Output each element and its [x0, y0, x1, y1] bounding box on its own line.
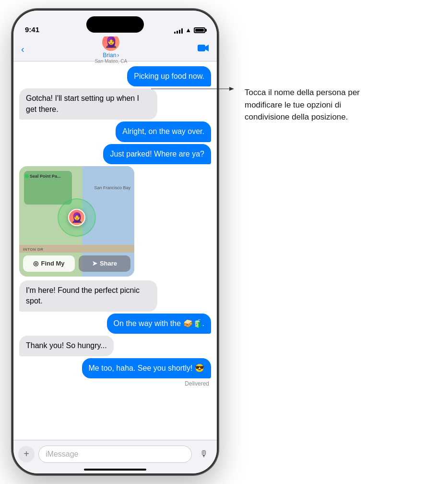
message-row: Gotcha! I'll start setting up when I get… — [19, 88, 211, 120]
signal-icon — [174, 27, 183, 34]
back-button[interactable]: ‹ — [21, 44, 24, 54]
mic-button[interactable]: 🎙 — [196, 446, 212, 462]
message-row: Just parked! Where are ya? — [19, 144, 211, 164]
wifi-icon: ▲ — [185, 26, 191, 34]
chat-area: Picking up food now. Gotcha! I'll start … — [13, 61, 217, 440]
share-label: Share — [100, 260, 117, 267]
status-time: 9:41 — [25, 25, 39, 34]
share-location-button[interactable]: ➤ Share — [79, 255, 130, 272]
message-bubble-received: Gotcha! I'll start setting up when I get… — [19, 88, 157, 120]
message-row: Seal Point Pa... San Francisco Bay INTON… — [19, 166, 211, 278]
location-avatar: 🧕 — [68, 209, 85, 226]
findmy-label: Find My — [41, 260, 64, 267]
delivered-label: Delivered — [19, 380, 209, 387]
map-action-buttons: ◎ Find My ➤ Share — [23, 255, 130, 272]
message-row: Picking up food now. — [19, 66, 211, 86]
map-label-dot — [25, 174, 29, 178]
back-chevron-icon: ‹ — [21, 44, 24, 54]
message-bubble-sent: Just parked! Where are ya? — [103, 144, 211, 164]
message-row: I'm here! Found the perfect picnic spot. — [19, 280, 211, 312]
contact-header[interactable]: 🧕 Brian › San Mateo, CA — [94, 34, 127, 64]
map-background: Seal Point Pa... San Francisco Bay INTON… — [19, 166, 134, 277]
message-row: Thank you! So hungry... — [19, 336, 211, 356]
input-placeholder: iMessage — [46, 450, 78, 459]
message-row: Me too, haha. See you shortly! 😎 — [19, 358, 211, 378]
status-icons: ▲ — [174, 26, 205, 34]
nav-bar: ‹ 🧕 Brian › San Mateo, CA — [13, 36, 217, 61]
contact-name: Brian › — [103, 52, 119, 59]
message-bubble-sent: Picking up food now. — [127, 66, 211, 86]
phone-frame: 9:41 ▲ ‹ 🧕 — [12, 9, 218, 475]
map-park-label: Seal Point Pa... — [25, 174, 61, 179]
add-attachment-button[interactable]: + — [18, 446, 35, 462]
dynamic-island — [86, 16, 144, 33]
contact-location: San Mateo, CA — [94, 59, 127, 64]
annotation-panel: Tocca il nome della persona per modifica… — [230, 0, 448, 484]
find-my-button[interactable]: ◎ Find My — [23, 255, 75, 272]
video-call-button[interactable] — [198, 43, 209, 55]
message-bubble-received: Thank you! So hungry... — [19, 336, 114, 356]
mic-icon: 🎙 — [200, 449, 208, 459]
map-road-text: INTON DR — [23, 247, 44, 252]
map-bubble[interactable]: Seal Point Pa... San Francisco Bay INTON… — [19, 166, 134, 277]
message-bubble-sent: Alright, on the way over. — [116, 121, 211, 142]
home-indicator — [84, 469, 146, 471]
message-bubble-sent: Me too, haha. See you shortly! 😎 — [82, 358, 211, 378]
message-input[interactable]: iMessage — [38, 446, 192, 463]
battery-icon — [194, 27, 205, 33]
annotation-text: Tocca il nome della persona per modifica… — [245, 86, 379, 123]
message-bubble-sent: On the way with the 🥪🧃. — [107, 314, 211, 334]
map-bay-label: San Francisco Bay — [94, 185, 130, 191]
findmy-icon: ◎ — [33, 260, 38, 267]
message-row: On the way with the 🥪🧃. — [19, 314, 211, 334]
plus-icon: + — [24, 448, 29, 460]
message-row: Alright, on the way over. — [19, 121, 211, 142]
location-ring: 🧕 — [58, 198, 96, 237]
message-bubble-received: I'm here! Found the perfect picnic spot. — [19, 280, 157, 312]
share-icon: ➤ — [92, 260, 97, 267]
svg-rect-0 — [198, 45, 205, 51]
